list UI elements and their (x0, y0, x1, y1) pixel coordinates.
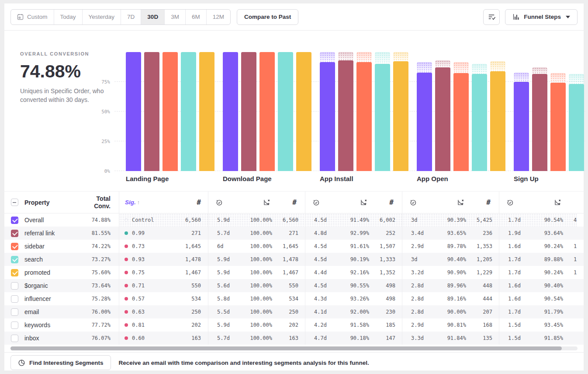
table-row-frozen: search73.27% (4, 253, 115, 266)
funnel-bar[interactable] (435, 67, 450, 171)
row-checkbox[interactable] (11, 269, 18, 276)
bar-group (223, 42, 311, 171)
sig-column-header[interactable]: Sig.↑ (125, 199, 169, 206)
table-row-scroll-inner: 0.931,4785.9d100.00%1,4784.5d90.19%1,333… (119, 253, 577, 266)
step-cell-group: 4.2d91.58%185 (305, 318, 402, 332)
bar-slot (320, 42, 335, 171)
funnel-bar[interactable] (472, 74, 487, 171)
funnel-bar[interactable] (181, 52, 196, 171)
count-cell: 1,109 (563, 269, 577, 276)
bar-slot (278, 42, 293, 171)
sig-dot (125, 284, 128, 287)
sig-cell: 0.63 (132, 309, 169, 315)
date-range-7d[interactable]: 7D (121, 10, 141, 24)
sig-section: 0.57534 (119, 292, 208, 305)
bar-slot (472, 42, 487, 171)
filter-check-icon (488, 13, 496, 21)
sig-section: 0.71550 (119, 279, 208, 292)
funnel-bar[interactable] (569, 84, 584, 171)
funnel-bar[interactable] (550, 83, 566, 171)
bar-group (417, 42, 505, 171)
conv-rate-cell: 89.88% (533, 256, 563, 262)
funnel-bar[interactable] (417, 73, 432, 171)
conv-rate-cell: 92.16% (339, 269, 369, 276)
find-interesting-segments-button[interactable]: Find Interesting Segments (10, 355, 111, 370)
conv-rate-cell: 90.55% (339, 283, 369, 289)
funnel-bar[interactable] (199, 52, 214, 171)
avg-time-cell: 4.5d (314, 243, 339, 249)
date-range-today[interactable]: Today (54, 10, 83, 24)
count-cell: 1,507 (369, 243, 395, 249)
funnel-bar[interactable] (126, 52, 141, 171)
date-range-yesterday[interactable]: Yesterday (83, 10, 121, 24)
select-all-checkbox[interactable] (11, 199, 18, 206)
date-range-6m[interactable]: 6M (186, 10, 207, 24)
bar-slot (375, 42, 390, 171)
row-checkbox[interactable] (11, 282, 18, 290)
conv-rate-cell: 100.00% (242, 335, 272, 341)
step-cell-group: 4.7d90.18%147 (305, 332, 402, 345)
row-checkbox[interactable] (11, 256, 18, 263)
compare-to-past-button[interactable]: Compare to Past (237, 9, 298, 25)
sig-cell: 0.57 (132, 296, 169, 302)
date-range-3m[interactable]: 3M (165, 10, 186, 24)
bar-slot (199, 42, 214, 171)
horizontal-scrollbar-thumb[interactable] (10, 346, 562, 350)
count-cell: 405 (563, 283, 577, 289)
avg-time-cell: 5.8d (217, 296, 242, 302)
funnel-bar[interactable] (338, 60, 353, 171)
funnel-bar[interactable] (278, 52, 293, 171)
funnel-steps-dropdown[interactable]: Funnel Steps (505, 9, 578, 25)
total-conv-header: Total Conv. (83, 195, 111, 210)
funnel-bar-ghost (550, 73, 566, 83)
conv-rate-cell: 100.00% (242, 322, 272, 328)
funnel-bar[interactable] (514, 82, 529, 171)
step-cell-group: 2.8d90.00%207 (402, 305, 499, 318)
row-checkbox[interactable] (11, 295, 18, 303)
funnel-bar[interactable] (241, 52, 256, 171)
row-checkbox[interactable] (11, 335, 18, 342)
total-conv-cell: 74.88% (83, 217, 115, 223)
conv-rate-cell: 100.00% (242, 256, 272, 262)
date-range-label: Today (60, 14, 76, 20)
date-range-30d[interactable]: 30D (141, 10, 165, 24)
table-row: keywords77.72%0.812025.9d100.00%2024.2d9… (4, 318, 584, 332)
date-range-12m[interactable]: 12M (207, 10, 230, 24)
chart-options-button[interactable] (483, 9, 500, 25)
table-row: Overall74.88%Control6,5605.9d100.00%6,56… (4, 213, 584, 227)
row-checkbox[interactable] (11, 322, 18, 329)
funnel-bar[interactable] (375, 64, 390, 171)
row-checkbox[interactable] (11, 217, 18, 224)
row-checkbox[interactable] (11, 243, 18, 250)
table-row-scroll: 0.575345.8d100.00%5344.3d93.26%4982.8d89… (119, 292, 577, 305)
funnel-bar-chart (114, 42, 585, 171)
sig-section: 0.931,478 (119, 253, 208, 266)
funnel-bar[interactable] (144, 52, 159, 171)
funnel-bar[interactable] (296, 52, 311, 171)
step-cell-group: 3d90.40%1,205 (402, 253, 499, 266)
funnel-bar[interactable] (490, 71, 505, 171)
funnel-bar[interactable] (532, 74, 547, 171)
conversion-rate-icon (337, 199, 367, 206)
funnel-bar[interactable] (393, 61, 408, 171)
row-checkbox[interactable] (11, 230, 18, 237)
funnel-bar[interactable] (163, 52, 178, 171)
funnel-bar[interactable] (356, 62, 372, 171)
funnel-bar[interactable] (453, 73, 469, 171)
date-range-custom[interactable]: Custom (11, 10, 54, 24)
bar-slot (532, 42, 547, 171)
conversion-rate-icon (531, 199, 561, 206)
find-interesting-segments-label: Find Interesting Segments (29, 360, 104, 366)
count-icon: # (270, 198, 297, 206)
count-cell: 550 (169, 283, 208, 289)
step-cell-group: 5.9d100.00%1,478 (208, 253, 305, 266)
funnel-bar[interactable] (259, 52, 275, 171)
bar-slot (435, 42, 450, 171)
sig-cell: Control (132, 217, 169, 223)
count-icon: # (169, 198, 208, 206)
funnel-bar[interactable] (320, 62, 335, 171)
y-axis-tick-label: 0% (87, 168, 110, 174)
avg-time-cell: 5.9d (217, 269, 242, 276)
row-checkbox[interactable] (11, 308, 18, 316)
funnel-bar[interactable] (223, 52, 238, 171)
